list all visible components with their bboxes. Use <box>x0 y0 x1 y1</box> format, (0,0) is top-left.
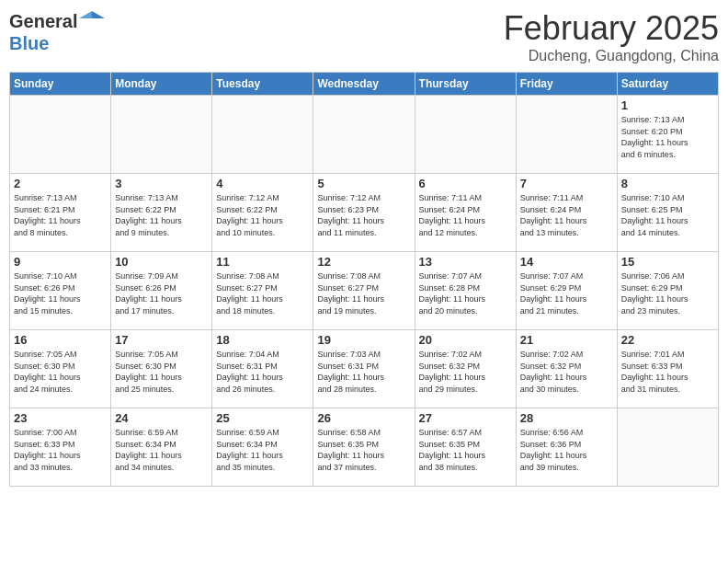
day-info: Sunrise: 7:09 AM Sunset: 6:26 PM Dayligh… <box>115 270 208 316</box>
calendar-cell: 27Sunrise: 6:57 AM Sunset: 6:35 PM Dayli… <box>415 408 516 487</box>
day-number: 19 <box>317 333 410 347</box>
calendar-cell <box>415 96 516 174</box>
day-number: 6 <box>419 177 512 190</box>
calendar-cell <box>516 96 617 174</box>
day-number: 7 <box>520 177 613 190</box>
day-info: Sunrise: 7:12 AM Sunset: 6:23 PM Dayligh… <box>317 192 410 238</box>
day-info: Sunrise: 6:58 AM Sunset: 6:35 PM Dayligh… <box>317 427 410 473</box>
day-info: Sunrise: 7:03 AM Sunset: 6:31 PM Dayligh… <box>317 349 410 395</box>
calendar-cell <box>111 96 212 174</box>
day-info: Sunrise: 7:00 AM Sunset: 6:33 PM Dayligh… <box>14 427 107 473</box>
day-number: 4 <box>216 177 309 190</box>
day-info: Sunrise: 6:56 AM Sunset: 6:36 PM Dayligh… <box>520 427 613 473</box>
day-number: 18 <box>216 333 309 347</box>
day-number: 3 <box>115 177 208 190</box>
day-number: 16 <box>14 333 107 347</box>
day-info: Sunrise: 7:13 AM Sunset: 6:21 PM Dayligh… <box>14 192 107 238</box>
calendar-cell: 19Sunrise: 7:03 AM Sunset: 6:31 PM Dayli… <box>313 330 415 408</box>
day-info: Sunrise: 7:04 AM Sunset: 6:31 PM Dayligh… <box>216 349 309 395</box>
day-number: 11 <box>216 255 309 269</box>
calendar-cell: 24Sunrise: 6:59 AM Sunset: 6:34 PM Dayli… <box>111 408 212 487</box>
calendar-cell: 3Sunrise: 7:13 AM Sunset: 6:22 PM Daylig… <box>111 174 212 252</box>
day-info: Sunrise: 7:07 AM Sunset: 6:28 PM Dayligh… <box>419 270 512 316</box>
day-number: 20 <box>419 333 512 347</box>
day-number: 24 <box>115 411 208 425</box>
weekday-header-row: SundayMondayTuesdayWednesdayThursdayFrid… <box>10 73 719 96</box>
calendar-cell: 4Sunrise: 7:12 AM Sunset: 6:22 PM Daylig… <box>212 174 313 252</box>
day-info: Sunrise: 7:05 AM Sunset: 6:30 PM Dayligh… <box>14 349 107 395</box>
day-number: 25 <box>216 411 309 425</box>
day-number: 12 <box>317 255 410 269</box>
calendar-cell: 13Sunrise: 7:07 AM Sunset: 6:28 PM Dayli… <box>415 252 516 330</box>
day-info: Sunrise: 6:57 AM Sunset: 6:35 PM Dayligh… <box>419 427 512 473</box>
day-number: 10 <box>115 255 208 269</box>
day-info: Sunrise: 7:02 AM Sunset: 6:32 PM Dayligh… <box>520 349 613 395</box>
day-number: 22 <box>621 333 714 347</box>
calendar-cell <box>313 96 415 174</box>
day-info: Sunrise: 7:11 AM Sunset: 6:24 PM Dayligh… <box>520 192 613 238</box>
day-info: Sunrise: 7:02 AM Sunset: 6:32 PM Dayligh… <box>419 349 512 395</box>
day-info: Sunrise: 7:08 AM Sunset: 6:27 PM Dayligh… <box>317 270 410 316</box>
calendar-cell: 5Sunrise: 7:12 AM Sunset: 6:23 PM Daylig… <box>313 174 415 252</box>
day-info: Sunrise: 7:10 AM Sunset: 6:25 PM Dayligh… <box>621 192 714 238</box>
day-info: Sunrise: 6:59 AM Sunset: 6:34 PM Dayligh… <box>115 427 208 473</box>
calendar-cell: 9Sunrise: 7:10 AM Sunset: 6:26 PM Daylig… <box>10 252 111 330</box>
calendar-cell: 18Sunrise: 7:04 AM Sunset: 6:31 PM Dayli… <box>212 330 313 408</box>
day-info: Sunrise: 6:59 AM Sunset: 6:34 PM Dayligh… <box>216 427 309 473</box>
day-number: 23 <box>14 411 107 425</box>
day-info: Sunrise: 7:08 AM Sunset: 6:27 PM Dayligh… <box>216 270 309 316</box>
weekday-header-tuesday: Tuesday <box>212 73 313 96</box>
calendar-cell: 22Sunrise: 7:01 AM Sunset: 6:33 PM Dayli… <box>617 330 718 408</box>
day-number: 1 <box>621 98 714 112</box>
logo-general-text: General <box>9 11 77 32</box>
calendar-cell: 21Sunrise: 7:02 AM Sunset: 6:32 PM Dayli… <box>516 330 617 408</box>
day-number: 15 <box>621 255 714 269</box>
day-info: Sunrise: 7:06 AM Sunset: 6:29 PM Dayligh… <box>621 270 714 316</box>
month-title: February 2025 <box>504 9 719 48</box>
day-info: Sunrise: 7:07 AM Sunset: 6:29 PM Dayligh… <box>520 270 613 316</box>
calendar-cell: 11Sunrise: 7:08 AM Sunset: 6:27 PM Dayli… <box>212 252 313 330</box>
day-number: 8 <box>621 177 714 190</box>
weekday-header-wednesday: Wednesday <box>313 73 415 96</box>
calendar-cell <box>212 96 313 174</box>
calendar-cell: 20Sunrise: 7:02 AM Sunset: 6:32 PM Dayli… <box>415 330 516 408</box>
day-info: Sunrise: 7:12 AM Sunset: 6:22 PM Dayligh… <box>216 192 309 238</box>
calendar-week-4: 23Sunrise: 7:00 AM Sunset: 6:33 PM Dayli… <box>10 408 719 487</box>
day-number: 27 <box>419 411 512 425</box>
svg-marker-1 <box>79 11 92 18</box>
page-header: General Blue February 2025 Ducheng, Guan… <box>9 9 719 64</box>
svg-marker-0 <box>92 11 105 18</box>
weekday-header-sunday: Sunday <box>10 73 111 96</box>
calendar-cell: 16Sunrise: 7:05 AM Sunset: 6:30 PM Dayli… <box>10 330 111 408</box>
calendar-cell: 23Sunrise: 7:00 AM Sunset: 6:33 PM Dayli… <box>10 408 111 487</box>
logo-blue-text: Blue <box>9 33 49 53</box>
day-number: 9 <box>14 255 107 269</box>
calendar-cell: 10Sunrise: 7:09 AM Sunset: 6:26 PM Dayli… <box>111 252 212 330</box>
calendar-table: SundayMondayTuesdayWednesdayThursdayFrid… <box>9 72 719 487</box>
calendar-week-3: 16Sunrise: 7:05 AM Sunset: 6:30 PM Dayli… <box>10 330 719 408</box>
day-number: 13 <box>419 255 512 269</box>
weekday-header-thursday: Thursday <box>415 73 516 96</box>
calendar-cell: 26Sunrise: 6:58 AM Sunset: 6:35 PM Dayli… <box>313 408 415 487</box>
title-area: February 2025 Ducheng, Guangdong, China <box>504 9 719 64</box>
weekday-header-saturday: Saturday <box>617 73 718 96</box>
day-number: 21 <box>520 333 613 347</box>
day-number: 28 <box>520 411 613 425</box>
day-number: 17 <box>115 333 208 347</box>
day-number: 14 <box>520 255 613 269</box>
day-info: Sunrise: 7:10 AM Sunset: 6:26 PM Dayligh… <box>14 270 107 316</box>
location-title: Ducheng, Guangdong, China <box>504 48 719 64</box>
weekday-header-monday: Monday <box>111 73 212 96</box>
day-info: Sunrise: 7:13 AM Sunset: 6:22 PM Dayligh… <box>115 192 208 238</box>
calendar-cell: 12Sunrise: 7:08 AM Sunset: 6:27 PM Dayli… <box>313 252 415 330</box>
day-info: Sunrise: 7:11 AM Sunset: 6:24 PM Dayligh… <box>419 192 512 238</box>
calendar-cell: 15Sunrise: 7:06 AM Sunset: 6:29 PM Dayli… <box>617 252 718 330</box>
calendar-week-2: 9Sunrise: 7:10 AM Sunset: 6:26 PM Daylig… <box>10 252 719 330</box>
calendar-cell: 17Sunrise: 7:05 AM Sunset: 6:30 PM Dayli… <box>111 330 212 408</box>
calendar-cell: 14Sunrise: 7:07 AM Sunset: 6:29 PM Dayli… <box>516 252 617 330</box>
calendar-cell: 25Sunrise: 6:59 AM Sunset: 6:34 PM Dayli… <box>212 408 313 487</box>
calendar-cell: 1Sunrise: 7:13 AM Sunset: 6:20 PM Daylig… <box>617 96 718 174</box>
calendar-cell <box>617 408 718 487</box>
calendar-cell: 7Sunrise: 7:11 AM Sunset: 6:24 PM Daylig… <box>516 174 617 252</box>
day-info: Sunrise: 7:05 AM Sunset: 6:30 PM Dayligh… <box>115 349 208 395</box>
